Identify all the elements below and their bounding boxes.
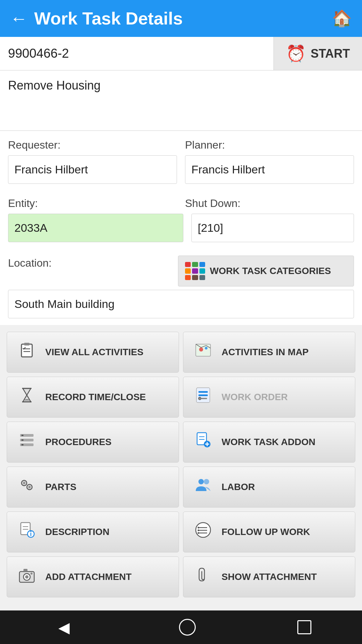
follow-up-work-button[interactable]: FOLLOW UP WORK: [183, 512, 355, 552]
location-label: Location:: [8, 256, 170, 269]
app-header: ← Work Task Details 🏠: [0, 0, 362, 37]
task-id-field: 9900466-2: [0, 37, 274, 70]
svg-point-40: [30, 531, 32, 532]
planner-field[interactable]: Francis Hilbert: [185, 155, 354, 184]
show-attachment-label: SHOW ATTACHMENT: [222, 571, 317, 583]
svg-point-5: [199, 347, 203, 352]
nav-recents-button[interactable]: [297, 620, 311, 634]
page-title: Work Task Details: [34, 8, 183, 29]
work-task-addon-label: WORK TASK ADDON: [222, 436, 315, 448]
svg-rect-22: [21, 444, 23, 445]
requester-planner-labels: Requester: Planner:: [0, 131, 362, 151]
svg-rect-21: [21, 439, 23, 441]
work-order-button[interactable]: WORK ORDER: [183, 377, 355, 418]
action-buttons-grid: VIEW ALL ACTIVITIES ACTIVITIES IN MAP RE…: [0, 325, 362, 604]
requester-label: Requester:: [8, 139, 177, 151]
add-attachment-label: ADD ATTACHMENT: [45, 571, 132, 583]
location-category-row: Location: WORK TASK CATEGORIES: [0, 250, 362, 286]
main-content: 9900466-2 ⏰ START Remove Housing Request…: [0, 37, 362, 604]
procedures-label: PROCEDURES: [45, 436, 112, 448]
svg-rect-20: [21, 435, 23, 436]
svg-rect-51: [23, 569, 27, 572]
svg-point-50: [25, 575, 28, 579]
record-time-close-button[interactable]: RECORD TIME/CLOSE: [7, 377, 179, 418]
shutdown-label: Shut Down:: [185, 197, 354, 210]
show-attachment-button[interactable]: SHOW ATTACHMENT: [183, 556, 355, 597]
svg-point-32: [28, 486, 31, 488]
svg-point-45: [198, 527, 199, 529]
work-order-label: WORK ORDER: [222, 391, 288, 403]
parts-button[interactable]: PARTS: [7, 467, 179, 507]
svg-rect-0: [21, 344, 32, 357]
svg-rect-4: [196, 344, 210, 356]
svg-rect-14: [198, 394, 208, 396]
svg-point-6: [205, 347, 207, 350]
parts-icon: [15, 476, 39, 498]
shutdown-field[interactable]: [210]: [191, 214, 354, 242]
description-button[interactable]: DESCRIPTION: [7, 512, 179, 552]
labor-button[interactable]: LABOR: [183, 467, 355, 507]
location-field[interactable]: South Main building: [8, 290, 354, 318]
planner-label: Planner:: [185, 139, 354, 151]
record-time-close-icon: [15, 386, 39, 408]
view-all-activities-label: VIEW ALL ACTIVITIES: [45, 346, 143, 358]
svg-point-47: [198, 532, 199, 534]
entity-label: Entity:: [8, 197, 177, 210]
svg-point-34: [204, 479, 209, 484]
back-button[interactable]: ←: [10, 8, 27, 29]
view-all-activities-button[interactable]: VIEW ALL ACTIVITIES: [7, 332, 179, 373]
activities-in-map-icon: [191, 341, 215, 363]
description-label: DESCRIPTION: [45, 526, 109, 538]
svg-rect-16: [201, 398, 207, 399]
activities-in-map-button[interactable]: ACTIVITIES IN MAP: [183, 332, 355, 373]
description-box[interactable]: Remove Housing: [0, 70, 362, 131]
categories-grid-icon: [185, 262, 205, 280]
description-icon: [15, 521, 39, 543]
svg-point-33: [198, 479, 204, 484]
clock-icon: ⏰: [286, 44, 306, 63]
requester-planner-fields: Francis Hilbert Francis Hilbert: [0, 151, 362, 192]
svg-point-30: [23, 482, 25, 484]
work-task-categories-button[interactable]: WORK TASK CATEGORIES: [178, 256, 354, 286]
entity-field[interactable]: 2033A: [8, 214, 183, 242]
svg-point-52: [31, 573, 33, 575]
requester-field[interactable]: Francis Hilbert: [8, 155, 177, 184]
labor-label: LABOR: [222, 481, 255, 493]
nav-home-button[interactable]: [179, 619, 196, 636]
work-task-addon-icon: [191, 431, 215, 453]
procedures-button[interactable]: PROCEDURES: [7, 422, 179, 463]
parts-label: PARTS: [45, 481, 76, 493]
svg-point-15: [198, 397, 201, 400]
follow-up-work-icon: [191, 521, 215, 543]
home-button[interactable]: 🏠: [332, 9, 352, 28]
entity-shutdown-row: 2033A [210]: [0, 210, 362, 250]
view-all-activities-icon: [15, 341, 39, 363]
bottom-nav: ◀: [0, 610, 362, 644]
svg-point-46: [198, 530, 199, 531]
nav-back-button[interactable]: ◀: [51, 614, 77, 641]
start-label: START: [311, 47, 350, 61]
labor-icon: [191, 476, 215, 498]
entity-shutdown-labels: Entity: Shut Down:: [0, 192, 362, 210]
follow-up-work-label: FOLLOW UP WORK: [222, 526, 310, 538]
categories-label: WORK TASK CATEGORIES: [210, 266, 331, 276]
start-button[interactable]: ⏰ START: [274, 37, 362, 70]
add-attachment-icon: [15, 566, 39, 588]
record-time-close-label: RECORD TIME/CLOSE: [45, 391, 146, 403]
work-task-addon-button[interactable]: WORK TASK ADDON: [183, 422, 355, 463]
work-order-icon: [191, 386, 215, 408]
add-attachment-button[interactable]: ADD ATTACHMENT: [7, 556, 179, 597]
activities-in-map-label: ACTIVITIES IN MAP: [222, 346, 309, 358]
svg-rect-1: [24, 343, 29, 345]
svg-rect-13: [198, 391, 208, 393]
procedures-icon: [15, 431, 39, 453]
show-attachment-icon: [191, 566, 215, 588]
location-value-row: South Main building: [0, 286, 362, 325]
task-id-row: 9900466-2 ⏰ START: [0, 37, 362, 70]
